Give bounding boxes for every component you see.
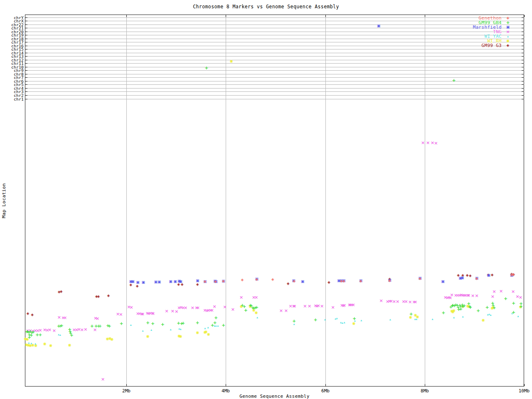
marker-gm99-gb4: + (409, 312, 413, 316)
y-tick (25, 77, 27, 78)
chromosome-line (25, 81, 524, 81)
chromosome-line (25, 49, 524, 49)
marker-gm99-gb4: + (441, 311, 445, 315)
chromosome-line (25, 60, 524, 60)
marker-tng: × (284, 309, 288, 313)
marker-genethon: ◈ (255, 278, 259, 281)
legend-label-gm99-g3: GM99 G3 (482, 43, 502, 48)
y-tick (522, 99, 524, 99)
y-tick (25, 99, 27, 99)
legend-marker-gm99-g3: ◈ (506, 44, 510, 47)
marker-gm99-g3: ◈ (106, 294, 110, 298)
marker-tng: × (320, 304, 324, 308)
marker-gm99-g3: ◈ (26, 312, 30, 315)
marker-wi-yac: ▴ (335, 316, 339, 320)
marker-gm99-gb4: + (452, 79, 456, 82)
marker-tng: × (52, 329, 56, 332)
marker-wi-rh (68, 343, 71, 347)
x-tick (226, 384, 226, 386)
legend-marker-gm99-gb4: + (506, 21, 510, 25)
y-tick (25, 53, 27, 53)
marker-wi-yac: ▴ (452, 315, 456, 319)
marker-gm99-g3: ◈ (196, 283, 200, 286)
marker-tng: × (379, 299, 383, 303)
y-tick (25, 60, 27, 60)
marker-tng: × (196, 306, 200, 310)
y-tick (522, 84, 524, 85)
marker-marshfield: ▣ (441, 280, 445, 283)
x-tick-label-8Mb: 8Mb (412, 388, 437, 394)
marker-gm99-gb4: + (244, 308, 248, 312)
y-tick (522, 49, 524, 49)
marker-gm99-gb4: + (493, 306, 496, 310)
marker-gm99-gb4: + (27, 335, 31, 339)
marker-tng: × (519, 296, 522, 299)
marker-tng: × (471, 294, 475, 298)
marker-tng: × (342, 303, 346, 307)
y-tick (25, 74, 27, 74)
y-tick (522, 81, 524, 81)
marker-tng: × (408, 300, 412, 304)
marker-genethon: ◈ (388, 279, 392, 283)
marker-genethon: ◈ (475, 277, 479, 281)
y-tick (522, 95, 524, 96)
y-tick (25, 70, 27, 71)
marker-gm99-g3: ◈ (327, 281, 331, 284)
marker-wi-rh (196, 331, 200, 335)
marker-wi-yac: ▴ (360, 318, 363, 322)
marker-gm99-gb4: + (504, 297, 507, 300)
marker-gm99-gb4: + (222, 323, 225, 327)
marker-marshfield: ▣ (131, 280, 135, 283)
marker-gm99-gb4: + (196, 321, 200, 325)
marker-tng: × (223, 305, 227, 309)
y-tick (25, 56, 27, 57)
marker-wi-yac: ▴ (388, 318, 392, 321)
marker-wi-yac: ▴ (461, 315, 465, 318)
marker-tng: × (38, 328, 42, 332)
marker-marshfield: ▣ (173, 280, 177, 283)
marker-tng: × (141, 312, 145, 316)
marker-gm99-gb4: + (213, 321, 217, 325)
x-tick (425, 384, 425, 386)
y-tick (25, 88, 27, 89)
marker-tng: × (119, 313, 123, 316)
marker-gm99-gb4: + (476, 309, 480, 313)
legend-marker-wi-rh (506, 39, 510, 43)
y-tick (25, 84, 27, 85)
marker-genethon: ◈ (271, 278, 275, 281)
legend-item-tng: TNG× (0, 30, 532, 34)
chromosome-line (25, 63, 524, 64)
marker-tng: × (426, 141, 430, 145)
chromosome-line (25, 77, 524, 78)
marker-wi-rh (146, 335, 150, 338)
marker-wi-rh (179, 335, 182, 338)
chromosome-line (25, 53, 524, 53)
marker-tng: × (184, 306, 187, 310)
marker-wi-yac: ▴ (342, 320, 346, 324)
chromosome-line (25, 88, 524, 89)
marker-gm99-gb4: + (181, 321, 185, 325)
marker-wi-rh (43, 342, 47, 346)
marker-tng: × (421, 141, 425, 145)
marker-gm99-gb4: + (60, 324, 64, 328)
marker-tng: × (467, 293, 470, 297)
marker-tng: × (475, 294, 479, 298)
marker-wi-yac: ▴ (129, 323, 133, 327)
marker-gm99-g3: ◈ (30, 313, 34, 317)
chromosome-line (25, 67, 524, 67)
marker-wi-yac: ▴ (323, 318, 327, 321)
marker-wi-yac: ▴ (149, 328, 153, 332)
marker-gm99-g3: ◈ (96, 295, 100, 298)
marker-genethon: ◈ (511, 273, 515, 276)
marker-wi-yac: ▴ (255, 315, 259, 319)
marker-marshfield: ▣ (461, 276, 464, 280)
y-tick (522, 53, 524, 53)
marker-gm99-g3: ◈ (135, 284, 139, 288)
marker-gm99-gb4: + (463, 304, 466, 308)
marker-gm99-gb4: + (214, 316, 218, 320)
marker-tng: × (493, 290, 496, 293)
y-tick (522, 67, 524, 67)
marker-gm99-gb4: + (204, 66, 208, 70)
chromosome-line (25, 95, 524, 96)
legend-item-wi-yac: WI YAC▴ (0, 34, 532, 39)
